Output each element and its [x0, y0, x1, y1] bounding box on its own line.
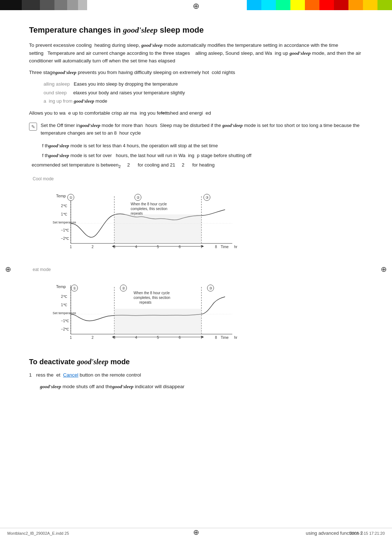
- top-compass: ⊕: [193, 1, 199, 11]
- bottom-compass: ⊕: [193, 528, 199, 537]
- good-sleep-indent2: good'sleep: [49, 153, 69, 158]
- footer-right: 2008-1-15 17:21:20: [350, 531, 385, 535]
- color-block-green: [276, 0, 290, 10]
- svg-text:1: 1: [70, 245, 72, 249]
- cool-mode-chart-section: Cool mode Temp 2℃ 1℃ Set temperature −1℃…: [29, 176, 363, 256]
- svg-text:Time: Time: [221, 245, 229, 249]
- cancel-link[interactable]: Cancel: [63, 372, 78, 378]
- svg-text:2℃: 2℃: [61, 295, 67, 299]
- indent-para-1: f thgood'sleep mode is set for less than…: [42, 142, 363, 150]
- note-box: ✎ Set the Off timer ingood'sleep mode fo…: [29, 122, 363, 137]
- svg-text:hr: hr: [234, 245, 238, 249]
- footer-left: Montblanc2_IB_29002A_E.indd 25: [7, 531, 69, 535]
- top-block-1: [0, 0, 22, 10]
- svg-text:1: 1: [70, 336, 72, 340]
- svg-marker-64: [201, 336, 204, 338]
- svg-text:6: 6: [179, 336, 181, 340]
- heat-chart-svg: Temp 2℃ 1℃ Set temperature −1℃ −2℃ 1 2 3…: [51, 274, 254, 347]
- top-block-5: [67, 0, 78, 10]
- color-block-orange: [305, 0, 319, 10]
- step-1: 1 ress the et Cancel button on the remot…: [29, 371, 363, 379]
- stage-list: alling asleep Eases you into sleep by dr…: [44, 80, 363, 105]
- title-suffix: sleep mode: [160, 25, 204, 34]
- color-block-cyan: [247, 0, 261, 10]
- good-sleep-indent1: good'sleep: [49, 143, 69, 148]
- top-left-blocks: [0, 0, 109, 10]
- right-compass: ⊕: [381, 265, 387, 274]
- top-block-6: [78, 0, 87, 10]
- result-note: good'sleep mode shuts off and thegood'sl…: [40, 383, 363, 391]
- svg-text:①: ①: [73, 286, 76, 290]
- stage-2-name: ound sleep: [44, 90, 67, 95]
- svg-text:6: 6: [179, 245, 181, 249]
- stage-item-2: ound sleep elaxes your body and raises y…: [44, 89, 363, 97]
- svg-text:②: ②: [122, 286, 125, 290]
- color-block-yellow: [290, 0, 305, 10]
- color-block-gold: [363, 0, 377, 10]
- left-compass: ⊕: [5, 265, 11, 274]
- svg-text:completes, this section: completes, this section: [134, 296, 170, 300]
- para-2: Three stagegood'sleep prevents you from …: [29, 69, 363, 77]
- svg-text:③: ③: [205, 196, 209, 200]
- rec-para: ecommended set temperature is between2 2…: [29, 161, 363, 170]
- svg-text:1℃: 1℃: [61, 303, 67, 307]
- svg-text:2: 2: [91, 245, 94, 249]
- strikethrough-text-2: t: [166, 110, 168, 116]
- stage-3-name: a ing up from: [44, 98, 73, 104]
- svg-text:completes, this section: completes, this section: [131, 207, 167, 211]
- stage-item-3: a ing up from good'sleep mode: [44, 97, 363, 105]
- svg-text:8: 8: [215, 336, 217, 340]
- stage-item-1: alling asleep Eases you into sleep by dr…: [44, 80, 363, 88]
- good-sleep-note1: good'sleep: [80, 123, 100, 128]
- for-cooling-and: for cooling and: [138, 162, 168, 168]
- main-content: Temperature changes in good'sleep sleep …: [29, 18, 363, 390]
- svg-text:①: ①: [69, 196, 73, 200]
- good-sleep-result1: good'sleep: [40, 384, 61, 389]
- color-block-lime: [377, 0, 392, 10]
- y-temp-label: Temp: [56, 194, 66, 198]
- heat-mode-chart: Temp 2℃ 1℃ Set temperature −1℃ −2℃ 1 2 3…: [51, 274, 254, 347]
- svg-text:8: 8: [215, 245, 217, 249]
- svg-rect-68: [114, 309, 201, 334]
- step-1-num: 1: [29, 371, 32, 379]
- color-block-red: [319, 0, 334, 10]
- svg-text:2℃: 2℃: [61, 204, 67, 208]
- good-sleep-p2: good'sleep: [55, 70, 77, 75]
- para-1: To prevent excessive cooling heating dur…: [29, 41, 363, 65]
- section-title-temperature: Temperature changes in good'sleep sleep …: [29, 25, 363, 35]
- bottom-bar: Montblanc2_IB_29002A_E.indd 25 ⊕ 2008-1-…: [0, 528, 392, 538]
- svg-text:4: 4: [135, 245, 137, 249]
- note-icon: ✎: [29, 123, 37, 131]
- svg-text:When the 8  hour cycle: When the 8 hour cycle: [131, 202, 167, 206]
- svg-text:③: ③: [209, 286, 212, 290]
- svg-text:−2℃: −2℃: [61, 327, 69, 331]
- top-block-2: [22, 0, 40, 10]
- svg-text:repeats: repeats: [139, 300, 151, 304]
- good-sleep-p1b: good'sleep: [289, 50, 311, 56]
- svg-text:−1℃: −1℃: [61, 319, 69, 323]
- good-sleep-p1: good'sleep: [141, 42, 163, 48]
- deactivate-section: To deactivate good'sleep mode 1 ress the…: [29, 358, 363, 390]
- cool-chart-svg: Temp 2℃ 1℃ Set temperature −1℃ −2℃ 1 2 3…: [51, 184, 254, 256]
- svg-text:4: 4: [135, 336, 137, 340]
- step-1-text: ress the et Cancel button on the remote …: [36, 371, 141, 379]
- deactivate-title: To deactivate good'sleep mode: [29, 358, 363, 366]
- strikethrough-text: fe: [161, 110, 165, 116]
- top-right-blocks: [247, 0, 392, 10]
- note-content: Set the Off timer ingood'sleep mode for …: [41, 122, 363, 137]
- deactivate-title-text: To deactivate: [29, 358, 77, 366]
- svg-text:1℃: 1℃: [61, 212, 67, 216]
- good-sleep-result2: good'sleep: [112, 384, 134, 389]
- svg-text:When the 8  hour cycle: When the 8 hour cycle: [134, 291, 170, 295]
- heat-mode-chart-section: eat mode Temp 2℃ 1℃ Set temperature −1℃ …: [29, 267, 363, 347]
- deactivate-mode-text: mode: [110, 358, 130, 366]
- svg-text:Time: Time: [221, 336, 229, 340]
- cool-mode-label: Cool mode: [33, 176, 363, 181]
- svg-text:−2℃: −2℃: [61, 237, 69, 241]
- color-block-amber: [348, 0, 363, 10]
- top-color-bar: ⊕: [0, 0, 392, 10]
- svg-text:5: 5: [157, 336, 159, 340]
- svg-marker-29: [201, 245, 204, 247]
- cool-mode-chart: Temp 2℃ 1℃ Set temperature −1℃ −2℃ 1 2 3…: [51, 184, 254, 256]
- allows-para: Allows you to wa e up to comfortable cri…: [29, 109, 363, 117]
